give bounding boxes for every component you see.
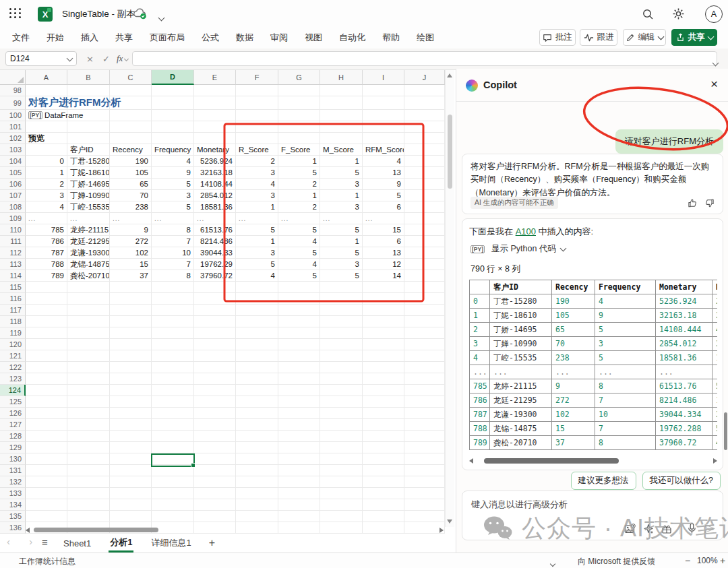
suggest-more-ideas-button[interactable]: 建议更多想法 bbox=[571, 472, 636, 490]
cell-H118[interactable] bbox=[320, 316, 363, 327]
row-header-108[interactable]: 108 bbox=[0, 201, 26, 213]
share-button[interactable]: 共享 bbox=[671, 29, 717, 46]
copilot-panel-scrollbar[interactable] bbox=[724, 412, 727, 450]
cell-A102[interactable]: 预览 bbox=[26, 133, 67, 144]
cell-E122[interactable] bbox=[194, 362, 236, 373]
cell-I131[interactable] bbox=[363, 465, 404, 476]
cell-A124[interactable] bbox=[26, 385, 67, 396]
cell-F127[interactable] bbox=[236, 419, 278, 431]
grid-horizontal-scrollbar[interactable] bbox=[26, 527, 444, 534]
cell-B132[interactable] bbox=[67, 476, 110, 488]
column-header-H[interactable]: H bbox=[320, 70, 363, 85]
cell-C98[interactable] bbox=[110, 85, 152, 96]
cell-B113[interactable]: 龙锦-14875 bbox=[67, 259, 110, 270]
cell-F121[interactable] bbox=[236, 350, 278, 362]
cell-B101[interactable] bbox=[67, 121, 110, 133]
cell-A134[interactable] bbox=[26, 499, 67, 511]
cell-J133[interactable] bbox=[404, 488, 445, 499]
cell-reference-link[interactable]: A100 bbox=[516, 226, 536, 236]
column-header-J[interactable]: J bbox=[404, 70, 445, 85]
row-header-136[interactable]: 136 bbox=[0, 522, 26, 534]
cell-F129[interactable] bbox=[236, 442, 278, 453]
cell-D107[interactable]: 3 bbox=[152, 190, 194, 201]
cell-J102[interactable] bbox=[404, 133, 445, 144]
cell-H98[interactable] bbox=[320, 85, 363, 96]
cell-D106[interactable]: 5 bbox=[152, 179, 194, 190]
cell-E101[interactable] bbox=[194, 121, 236, 133]
cell-B125[interactable] bbox=[67, 396, 110, 408]
cell-E127[interactable] bbox=[194, 419, 236, 431]
cell-I98[interactable] bbox=[363, 85, 404, 96]
row-header-124[interactable]: 124 bbox=[0, 385, 26, 396]
cell-J127[interactable] bbox=[404, 419, 445, 431]
cell-E121[interactable] bbox=[194, 350, 236, 362]
cell-I99[interactable] bbox=[363, 96, 404, 110]
cell-G115[interactable] bbox=[278, 282, 320, 293]
cell-G126[interactable] bbox=[278, 408, 320, 419]
cell-A132[interactable] bbox=[26, 476, 67, 488]
cell-I120[interactable] bbox=[363, 339, 404, 350]
cell-D128[interactable] bbox=[152, 431, 194, 442]
cell-B119[interactable] bbox=[67, 327, 110, 339]
cell-A101[interactable] bbox=[26, 121, 67, 133]
cell-C125[interactable] bbox=[110, 396, 152, 408]
cell-D122[interactable] bbox=[152, 362, 194, 373]
sheet-list-menu-icon[interactable]: ≡ bbox=[42, 536, 48, 548]
cell-F133[interactable] bbox=[236, 488, 278, 499]
formula-bar-expand-icon[interactable] bbox=[713, 56, 718, 68]
row-header-130[interactable]: 130 bbox=[0, 453, 26, 465]
cell-I117[interactable] bbox=[363, 305, 404, 316]
cell-F115[interactable] bbox=[236, 282, 278, 293]
cell-A107[interactable]: 3 bbox=[26, 190, 67, 201]
cell-F131[interactable] bbox=[236, 465, 278, 476]
zoom-level[interactable]: 100% bbox=[697, 556, 718, 565]
cell-I109[interactable]: ... bbox=[363, 213, 404, 224]
ribbon-tab-8[interactable]: 审阅 bbox=[270, 32, 288, 44]
insert-function-icon[interactable]: fx bbox=[117, 51, 128, 66]
cell-A99[interactable]: 对客户进行RFM分析 bbox=[26, 96, 67, 110]
cell-H106[interactable]: 3 bbox=[320, 179, 363, 190]
cell-C101[interactable] bbox=[110, 121, 152, 133]
cell-F106[interactable]: 4 bbox=[236, 179, 278, 190]
cell-E118[interactable] bbox=[194, 316, 236, 327]
cell-D134[interactable] bbox=[152, 499, 194, 511]
cell-C110[interactable]: 9 bbox=[110, 224, 152, 236]
cell-G110[interactable]: 5 bbox=[278, 224, 320, 236]
cell-C131[interactable] bbox=[110, 465, 152, 476]
cell-F104[interactable]: 2 bbox=[236, 156, 278, 167]
confirm-entry-icon[interactable]: ✓ bbox=[102, 51, 110, 66]
cell-C113[interactable]: 15 bbox=[110, 259, 152, 270]
cell-H117[interactable] bbox=[320, 305, 363, 316]
cell-F130[interactable] bbox=[236, 453, 278, 465]
cell-C122[interactable] bbox=[110, 362, 152, 373]
cell-E105[interactable]: 32163.18 bbox=[194, 167, 236, 179]
microphone-icon[interactable] bbox=[688, 523, 696, 534]
cell-I110[interactable]: 15 bbox=[363, 224, 404, 236]
cell-G108[interactable]: 2 bbox=[278, 201, 320, 213]
cell-J108[interactable] bbox=[404, 201, 445, 213]
cell-D100[interactable] bbox=[152, 110, 194, 121]
cell-C126[interactable] bbox=[110, 408, 152, 419]
row-header-114[interactable]: 114 bbox=[0, 270, 26, 282]
cell-H101[interactable] bbox=[320, 121, 363, 133]
cell-H102[interactable] bbox=[320, 133, 363, 144]
cancel-entry-icon[interactable]: × bbox=[86, 51, 94, 66]
cell-A121[interactable] bbox=[26, 350, 67, 362]
cell-J112[interactable] bbox=[404, 247, 445, 259]
cell-C116[interactable] bbox=[110, 293, 152, 305]
cell-B102[interactable] bbox=[67, 133, 110, 144]
cell-A106[interactable]: 2 bbox=[26, 179, 67, 190]
row-header-111[interactable]: 111 bbox=[0, 236, 26, 247]
cell-D98[interactable] bbox=[152, 85, 194, 96]
cell-A98[interactable] bbox=[26, 85, 67, 96]
cell-F107[interactable]: 3 bbox=[236, 190, 278, 201]
cell-G118[interactable] bbox=[278, 316, 320, 327]
cell-B107[interactable]: 丁婵-10990 bbox=[67, 190, 110, 201]
cell-E128[interactable] bbox=[194, 431, 236, 442]
cell-J109[interactable] bbox=[404, 213, 445, 224]
row-header-99[interactable]: 99 bbox=[0, 96, 26, 110]
cell-G111[interactable]: 4 bbox=[278, 236, 320, 247]
cell-C100[interactable] bbox=[110, 110, 152, 121]
cell-C132[interactable] bbox=[110, 476, 152, 488]
cell-J126[interactable] bbox=[404, 408, 445, 419]
